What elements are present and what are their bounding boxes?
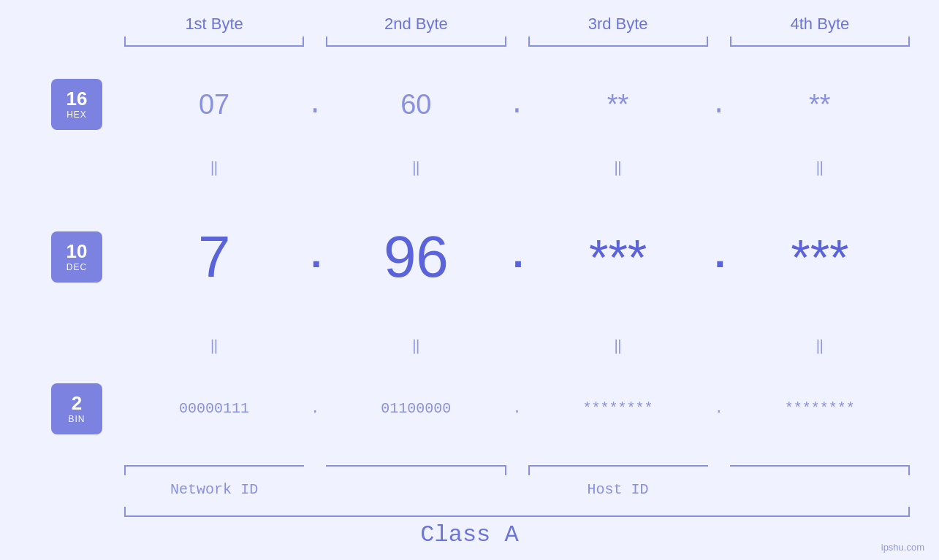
network-id-label: Network ID (124, 481, 304, 498)
dec-dot1: . (304, 234, 326, 280)
class-a-label: Class A (29, 521, 910, 548)
bin-dot2: . (506, 400, 528, 417)
hex-row: 16 HEX 07 . 60 . ** . ** (29, 51, 910, 158)
dec-byte2: 96 (326, 223, 506, 291)
equals-row-1: ‖ ‖ ‖ ‖ (29, 158, 910, 177)
main-container: 1st Byte 2nd Byte 3rd Byte 4th Byte (0, 0, 939, 560)
bin-byte4: ******** (730, 400, 910, 417)
byte1-header: 1st Byte (124, 15, 304, 34)
equals-row-2: ‖ ‖ ‖ ‖ (29, 337, 910, 355)
host-id-label: Host ID (528, 481, 708, 498)
dec-dot2: . (506, 234, 528, 280)
bin-byte1: 00000111 (124, 400, 304, 417)
bin-byte3: ******** (528, 400, 708, 417)
bin-row: 2 BIN 00000111 . 01100000 . ******** . *… (29, 355, 910, 462)
hex-dot3: . (708, 89, 730, 120)
byte3-header: 3rd Byte (528, 15, 708, 34)
hex-dot1: . (304, 89, 326, 120)
byte4-header: 4th Byte (730, 15, 910, 34)
hex-byte2: 60 (326, 89, 506, 120)
bin-badge: 2 BIN (51, 383, 102, 434)
dec-badge: 10 DEC (51, 231, 102, 283)
dec-row: 10 DEC 7 . 96 . *** . *** (29, 177, 910, 337)
hex-badge: 16 HEX (51, 79, 102, 130)
watermark: ipshu.com (881, 542, 924, 553)
dec-byte4: *** (730, 229, 910, 285)
byte2-header: 2nd Byte (326, 15, 506, 34)
bin-dot3: . (708, 400, 730, 417)
bin-byte2: 01100000 (326, 400, 506, 417)
dec-dot3: . (708, 234, 730, 280)
hex-byte1: 07 (124, 89, 304, 120)
hex-byte3: ** (528, 89, 708, 120)
dec-byte3: *** (528, 229, 708, 285)
hex-byte4: ** (730, 89, 910, 120)
dec-byte1: 7 (124, 223, 304, 291)
bin-dot1: . (304, 400, 326, 417)
hex-dot2: . (506, 89, 528, 120)
